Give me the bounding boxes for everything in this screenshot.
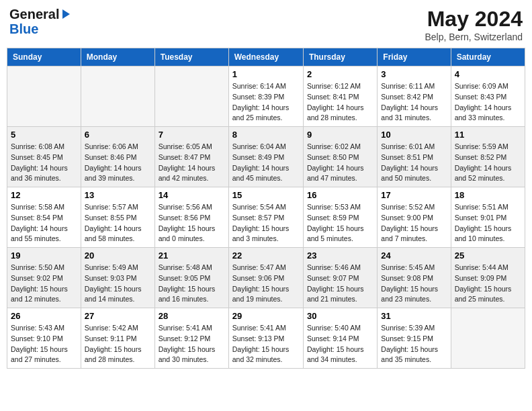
calendar-cell: 8Sunrise: 6:04 AMSunset: 8:49 PMDaylight…	[228, 127, 303, 187]
location-subtitle: Belp, Bern, Switzerland	[425, 32, 523, 42]
day-number: 22	[232, 250, 300, 261]
calendar-cell: 21Sunrise: 5:48 AMSunset: 9:05 PMDayligh…	[154, 248, 228, 308]
weekday-header: Saturday	[451, 48, 525, 66]
day-info: Sunrise: 5:52 AMSunset: 9:00 PMDaylight:…	[381, 202, 447, 244]
calendar-cell: 3Sunrise: 6:11 AMSunset: 8:42 PMDaylight…	[378, 66, 451, 127]
day-info: Sunrise: 6:06 AMSunset: 8:46 PMDaylight:…	[85, 142, 151, 184]
calendar-cell: 1Sunrise: 6:14 AMSunset: 8:39 PMDaylight…	[228, 66, 303, 127]
calendar-cell: 17Sunrise: 5:52 AMSunset: 9:00 PMDayligh…	[378, 187, 451, 248]
calendar-cell: 26Sunrise: 5:43 AMSunset: 9:10 PMDayligh…	[7, 308, 81, 369]
calendar-cell: 20Sunrise: 5:49 AMSunset: 9:03 PMDayligh…	[81, 248, 154, 308]
day-number: 15	[232, 190, 300, 200]
weekday-header: Wednesday	[228, 48, 303, 66]
calendar-week-row: 1Sunrise: 6:14 AMSunset: 8:39 PMDaylight…	[7, 66, 525, 127]
day-number: 3	[381, 69, 447, 79]
day-info: Sunrise: 5:41 AMSunset: 9:13 PMDaylight:…	[232, 323, 300, 365]
weekday-header: Tuesday	[154, 48, 228, 66]
day-info: Sunrise: 5:53 AMSunset: 8:59 PMDaylight:…	[307, 202, 373, 244]
day-number: 14	[159, 190, 225, 200]
day-number: 29	[232, 311, 300, 321]
calendar-table: SundayMondayTuesdayWednesdayThursdayFrid…	[7, 48, 525, 369]
month-title: May 2024	[425, 7, 523, 32]
day-info: Sunrise: 6:01 AMSunset: 8:51 PMDaylight:…	[381, 142, 447, 184]
calendar-cell: 2Sunrise: 6:12 AMSunset: 8:41 PMDaylight…	[303, 66, 377, 127]
day-number: 10	[381, 130, 447, 140]
day-info: Sunrise: 5:56 AMSunset: 8:56 PMDaylight:…	[159, 202, 225, 244]
weekday-header: Sunday	[7, 48, 81, 66]
calendar-cell: 7Sunrise: 6:05 AMSunset: 8:47 PMDaylight…	[154, 127, 228, 187]
day-number: 27	[85, 311, 151, 321]
calendar-cell: 14Sunrise: 5:56 AMSunset: 8:56 PMDayligh…	[154, 187, 228, 248]
day-number: 26	[11, 311, 77, 321]
day-number: 21	[159, 250, 225, 261]
day-info: Sunrise: 5:54 AMSunset: 8:57 PMDaylight:…	[232, 202, 300, 244]
day-number: 4	[455, 69, 521, 79]
day-info: Sunrise: 5:59 AMSunset: 8:52 PMDaylight:…	[455, 142, 521, 184]
calendar-cell: 30Sunrise: 5:40 AMSunset: 9:14 PMDayligh…	[303, 308, 377, 369]
day-number: 7	[159, 130, 225, 140]
day-info: Sunrise: 5:51 AMSunset: 9:01 PMDaylight:…	[455, 202, 521, 244]
weekday-header-row: SundayMondayTuesdayWednesdayThursdayFrid…	[7, 48, 525, 66]
calendar-cell: 27Sunrise: 5:42 AMSunset: 9:11 PMDayligh…	[81, 308, 154, 369]
day-info: Sunrise: 5:40 AMSunset: 9:14 PMDaylight:…	[307, 323, 373, 365]
calendar-cell	[154, 66, 228, 127]
day-info: Sunrise: 6:14 AMSunset: 8:39 PMDaylight:…	[232, 81, 300, 124]
day-number: 11	[455, 130, 521, 140]
day-info: Sunrise: 5:42 AMSunset: 9:11 PMDaylight:…	[85, 323, 151, 365]
day-info: Sunrise: 6:12 AMSunset: 8:41 PMDaylight:…	[307, 81, 373, 124]
day-number: 1	[232, 69, 300, 79]
calendar-cell: 23Sunrise: 5:46 AMSunset: 9:07 PMDayligh…	[303, 248, 377, 308]
calendar-cell: 28Sunrise: 5:41 AMSunset: 9:12 PMDayligh…	[154, 308, 228, 369]
calendar-cell: 12Sunrise: 5:58 AMSunset: 8:54 PMDayligh…	[7, 187, 81, 248]
day-info: Sunrise: 5:48 AMSunset: 9:05 PMDaylight:…	[159, 263, 225, 305]
calendar-cell: 13Sunrise: 5:57 AMSunset: 8:55 PMDayligh…	[81, 187, 154, 248]
day-number: 17	[381, 190, 447, 200]
day-number: 2	[307, 69, 373, 79]
weekday-header: Thursday	[303, 48, 377, 66]
day-info: Sunrise: 5:58 AMSunset: 8:54 PMDaylight:…	[11, 202, 77, 244]
day-number: 28	[159, 311, 225, 321]
calendar-week-row: 12Sunrise: 5:58 AMSunset: 8:54 PMDayligh…	[7, 187, 525, 248]
day-number: 5	[11, 130, 77, 140]
day-info: Sunrise: 5:57 AMSunset: 8:55 PMDaylight:…	[85, 202, 151, 244]
calendar-cell: 9Sunrise: 6:02 AMSunset: 8:50 PMDaylight…	[303, 127, 377, 187]
day-number: 16	[307, 190, 373, 200]
day-info: Sunrise: 6:08 AMSunset: 8:45 PMDaylight:…	[11, 142, 77, 184]
day-number: 23	[307, 250, 373, 261]
day-info: Sunrise: 6:02 AMSunset: 8:50 PMDaylight:…	[307, 142, 373, 184]
day-number: 6	[85, 130, 151, 140]
logo-blue-text: Blue	[9, 21, 38, 36]
day-info: Sunrise: 5:44 AMSunset: 9:09 PMDaylight:…	[455, 263, 521, 305]
calendar-cell	[81, 66, 154, 127]
day-number: 25	[455, 250, 521, 261]
calendar-cell: 10Sunrise: 6:01 AMSunset: 8:51 PMDayligh…	[378, 127, 451, 187]
day-number: 24	[381, 250, 447, 261]
svg-marker-0	[62, 9, 70, 19]
day-info: Sunrise: 5:45 AMSunset: 9:08 PMDaylight:…	[381, 263, 447, 305]
calendar-cell: 24Sunrise: 5:45 AMSunset: 9:08 PMDayligh…	[378, 248, 451, 308]
day-number: 12	[11, 190, 77, 200]
calendar-cell: 19Sunrise: 5:50 AMSunset: 9:02 PMDayligh…	[7, 248, 81, 308]
weekday-header: Friday	[378, 48, 451, 66]
logo-general: General	[9, 7, 59, 21]
calendar-cell: 25Sunrise: 5:44 AMSunset: 9:09 PMDayligh…	[451, 248, 525, 308]
day-info: Sunrise: 5:50 AMSunset: 9:02 PMDaylight:…	[11, 263, 77, 305]
calendar-week-row: 26Sunrise: 5:43 AMSunset: 9:10 PMDayligh…	[7, 308, 525, 369]
day-info: Sunrise: 5:47 AMSunset: 9:06 PMDaylight:…	[232, 263, 300, 305]
calendar-cell: 11Sunrise: 5:59 AMSunset: 8:52 PMDayligh…	[451, 127, 525, 187]
day-info: Sunrise: 5:46 AMSunset: 9:07 PMDaylight:…	[307, 263, 373, 305]
calendar-week-row: 5Sunrise: 6:08 AMSunset: 8:45 PMDaylight…	[7, 127, 525, 187]
day-info: Sunrise: 5:39 AMSunset: 9:15 PMDaylight:…	[381, 323, 447, 365]
day-info: Sunrise: 6:09 AMSunset: 8:43 PMDaylight:…	[455, 81, 521, 124]
day-info: Sunrise: 6:05 AMSunset: 8:47 PMDaylight:…	[159, 142, 225, 184]
day-number: 31	[381, 311, 447, 321]
day-number: 20	[85, 250, 151, 261]
day-info: Sunrise: 5:49 AMSunset: 9:03 PMDaylight:…	[85, 263, 151, 305]
calendar-week-row: 19Sunrise: 5:50 AMSunset: 9:02 PMDayligh…	[7, 248, 525, 308]
day-number: 30	[307, 311, 373, 321]
calendar-cell	[7, 66, 81, 127]
calendar-cell	[451, 308, 525, 369]
calendar-cell: 18Sunrise: 5:51 AMSunset: 9:01 PMDayligh…	[451, 187, 525, 248]
calendar-cell: 5Sunrise: 6:08 AMSunset: 8:45 PMDaylight…	[7, 127, 81, 187]
calendar-cell: 31Sunrise: 5:39 AMSunset: 9:15 PMDayligh…	[378, 308, 451, 369]
